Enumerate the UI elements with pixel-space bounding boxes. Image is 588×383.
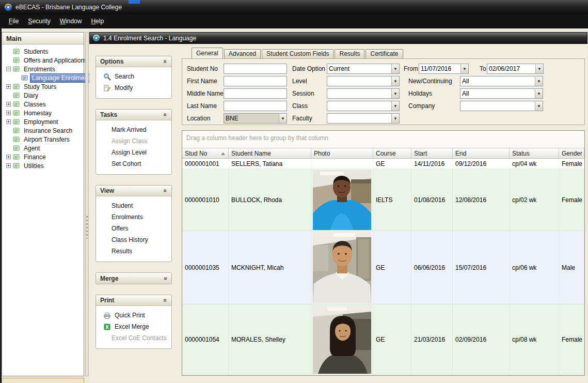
last-name-input[interactable] (224, 101, 287, 111)
assign-level-button[interactable]: Assign Level (96, 147, 171, 158)
level-select[interactable] (327, 76, 400, 86)
to-date-picker[interactable]: 02/06/2017 (487, 64, 544, 74)
sidebar-item-label: Agent (22, 144, 42, 153)
sidebar-item-airport-transfers[interactable]: Airport Transfers (2, 135, 84, 144)
column-header-stud-no[interactable]: Stud No (182, 148, 229, 158)
column-header-photo[interactable]: Photo (311, 148, 373, 158)
company-select[interactable] (460, 101, 543, 111)
expand-expander-icon[interactable] (6, 163, 11, 168)
first-name-input[interactable] (224, 76, 287, 86)
sidebar-item-classes[interactable]: Classes (2, 100, 84, 109)
sidebar-item-utilities[interactable]: Utilities (2, 161, 84, 170)
group-tasks-header[interactable]: Tasks (96, 110, 171, 120)
tab-certificate[interactable]: Certificate (365, 49, 403, 58)
panel-title: 1.4 Enrolment Search - Language (103, 35, 196, 42)
expand-expander-icon[interactable] (6, 84, 11, 89)
class-value (327, 101, 391, 111)
student-no-input[interactable] (224, 64, 287, 74)
sidebar-item-finance[interactable]: Finance (2, 152, 84, 161)
sidebar-item-homestay[interactable]: Homestay (2, 109, 84, 117)
sidebar-item-study-tours[interactable]: Study Tours (2, 82, 84, 91)
expand-expander-icon[interactable] (6, 102, 11, 106)
class-select[interactable] (327, 101, 400, 111)
set-cohort-button[interactable]: Set Cohort (96, 158, 171, 170)
faculty-select[interactable] (327, 113, 400, 124)
modify-button[interactable]: Modify (96, 82, 171, 94)
sidebar-item-diary[interactable]: Diary (2, 91, 84, 100)
date-option-select[interactable]: Current (327, 64, 400, 74)
cell-stud-no: 0000001054 (182, 304, 229, 375)
expand-expander-icon[interactable] (6, 119, 11, 124)
expand-expander-icon[interactable] (6, 155, 11, 159)
sidebar-item-offers-applications[interactable]: Offers and Applications (2, 56, 84, 65)
company-value (460, 101, 535, 111)
collapse-icon (162, 113, 169, 117)
view-class-history-button[interactable]: Class History (96, 234, 171, 246)
tree-node-icon (13, 57, 20, 64)
view-offers-button[interactable]: Offers (96, 223, 171, 234)
quick-print-button[interactable]: Quick Print (96, 310, 171, 321)
sidebar-item-enrolments[interactable]: Enrolments (2, 65, 84, 73)
view-enrolments-button[interactable]: Enrolments (96, 211, 171, 223)
assign-level-label: Assign Level (112, 149, 147, 156)
excel-merge-button[interactable]: Excel Merge (96, 321, 171, 332)
tree-node-icon (21, 74, 28, 81)
dropdown-arrow-icon (391, 64, 399, 73)
group-title: Merge (100, 275, 118, 282)
table-row[interactable]: 0000001010 BULLOCK, Rhoda (182, 169, 584, 231)
view-class-history-label: Class History (112, 236, 148, 243)
sidebar-item-insurance-search[interactable]: Insurance Search (2, 126, 84, 135)
table-row[interactable]: 0000001035 MCKNIGHT, Micah (182, 231, 584, 304)
group-merge-header[interactable]: Merge (96, 273, 171, 284)
sidebar-item-language-enrolments[interactable]: Language Enrolments (2, 73, 84, 82)
column-header-end[interactable]: End (453, 148, 510, 158)
holidays-select[interactable]: All (460, 88, 543, 99)
menu-window[interactable]: Window (55, 16, 87, 27)
column-header-course[interactable]: Course (373, 148, 411, 158)
new-continuing-value: All (460, 76, 535, 86)
sidebar-horizontal-scrollbar[interactable] (2, 378, 84, 383)
group-print-header[interactable]: Print (96, 295, 171, 306)
sidebar-splitter[interactable] (85, 32, 89, 376)
menu-file[interactable]: File (4, 16, 23, 27)
sidebar-item-label: Classes (22, 100, 48, 109)
tab-advanced[interactable]: Advanced (224, 49, 261, 58)
view-student-button[interactable]: Student (96, 200, 171, 211)
group-options-header[interactable]: Options (96, 56, 171, 67)
dropdown-arrow-icon (391, 89, 399, 98)
column-header-student-name[interactable]: Student Name (229, 148, 311, 158)
middle-name-input[interactable] (224, 88, 287, 99)
session-select[interactable] (327, 88, 400, 99)
table-row[interactable]: 0000001054 MORALES, Shelley (182, 304, 584, 375)
sidebar-item-agent[interactable]: Agent (2, 144, 84, 152)
menu-security[interactable]: Security (23, 16, 55, 27)
from-date-picker[interactable]: 11/07/2016 (419, 64, 469, 74)
table-row[interactable]: 0000001001 SELLERS, Tatiana GE 14/11/201… (182, 159, 584, 169)
sidebar-item-students[interactable]: Students (2, 47, 84, 56)
group-by-bar[interactable]: Drag a column header here to group by th… (182, 131, 584, 148)
column-header-status[interactable]: Status (510, 148, 559, 158)
sidebar-item-label: Enrolments (22, 65, 57, 74)
location-select[interactable]: BNE (224, 113, 287, 124)
mark-arrived-label: Mark Arrived (112, 126, 146, 133)
group-view-header[interactable]: View (96, 186, 171, 196)
sidebar-title: Main (2, 33, 84, 44)
tab-general[interactable]: General (192, 48, 223, 58)
mark-arrived-button[interactable]: Mark Arrived (96, 124, 171, 135)
navigation-tree: Students Offers and Applications Enrolme… (2, 44, 84, 170)
new-continuing-select[interactable]: All (460, 76, 543, 86)
view-results-button[interactable]: Results (96, 246, 171, 257)
sidebar-item-employment[interactable]: Employment (2, 117, 84, 126)
collapse-expander-icon[interactable] (6, 67, 11, 71)
menu-help[interactable]: Help (86, 16, 108, 27)
column-header-gender[interactable]: Gender (559, 148, 584, 158)
search-tabs: General Advanced Student Custom Fields R… (192, 48, 404, 58)
expand-expander-icon[interactable] (6, 111, 11, 115)
tree-node-icon (13, 127, 20, 134)
tab-results[interactable]: Results (335, 49, 364, 58)
search-button[interactable]: Search (96, 71, 171, 82)
column-header-start[interactable]: Start (411, 148, 453, 158)
tab-student-custom-fields[interactable]: Student Custom Fields (262, 49, 333, 58)
cell-stud-no: 0000001010 (182, 169, 229, 231)
cell-start: 06/06/2016 (411, 231, 453, 304)
